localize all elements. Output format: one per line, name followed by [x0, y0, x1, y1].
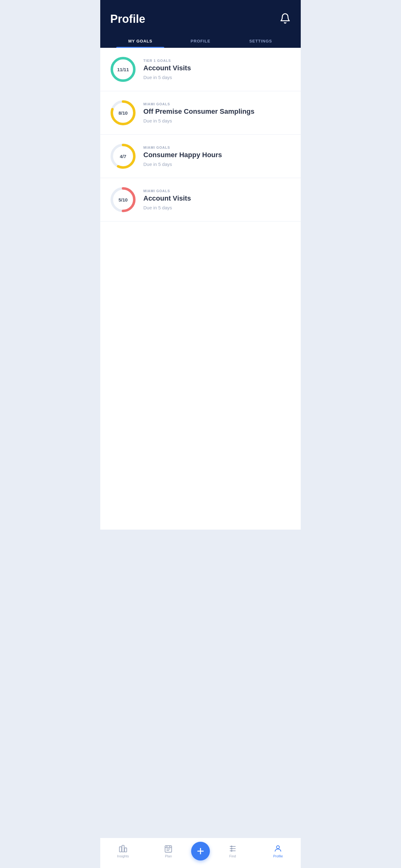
notification-bell-icon[interactable] — [279, 13, 291, 25]
goals-list: 11/11 TIER 1 GOALS Account Visits Due in… — [100, 48, 301, 530]
nav-item-plan[interactable]: Plan — [146, 844, 192, 858]
goal-progress-text: 11/11 — [117, 67, 129, 72]
tab-profile[interactable]: PROFILE — [170, 34, 231, 48]
goal-category: MIAMI GOALS — [143, 102, 292, 106]
goal-progress-circle: 8/10 — [109, 99, 137, 127]
goal-item[interactable]: 5/10 MIAMI GOALS Account Visits Due in 5… — [100, 178, 301, 221]
goal-info: TIER 1 GOALS Account Visits Due in 5 day… — [143, 59, 292, 80]
svg-point-23 — [231, 848, 232, 849]
svg-rect-8 — [119, 847, 122, 852]
goal-item[interactable]: 8/10 MIAMI GOALS Off Premise Consumer Sa… — [100, 91, 301, 135]
empty-space — [100, 530, 301, 838]
svg-rect-10 — [124, 848, 127, 852]
goal-due-date: Due in 5 days — [143, 75, 292, 80]
nav-item-profile[interactable]: Profile — [256, 844, 301, 858]
goal-progress-text: 4/7 — [120, 154, 127, 159]
goal-info: MIAMI GOALS Consumer Happy Hours Due in … — [143, 146, 292, 167]
goal-progress-circle: 5/10 — [109, 186, 137, 214]
goal-progress-text: 8/10 — [119, 110, 127, 116]
goal-title: Account Visits — [143, 194, 292, 203]
goal-progress-text: 5/10 — [119, 197, 127, 203]
goal-category: MIAMI GOALS — [143, 146, 292, 149]
svg-point-24 — [231, 850, 232, 851]
tabs: MY GOALS PROFILE SETTINGS — [110, 34, 291, 48]
header: Profile MY GOALS PROFILE SETTINGS — [100, 0, 301, 48]
nav-plan-label: Plan — [165, 854, 172, 858]
nav-add-button[interactable] — [191, 842, 210, 861]
goal-progress-circle: 4/7 — [109, 142, 137, 170]
tab-settings[interactable]: SETTINGS — [231, 34, 291, 48]
goal-item[interactable]: 4/7 MIAMI GOALS Consumer Happy Hours Due… — [100, 135, 301, 178]
goal-title: Off Premise Consumer Samplings — [143, 107, 292, 116]
goal-info: MIAMI GOALS Off Premise Consumer Samplin… — [143, 102, 292, 123]
goal-category: TIER 1 GOALS — [143, 59, 292, 62]
header-top: Profile — [110, 12, 291, 26]
svg-point-22 — [231, 846, 232, 847]
nav-find-label: Find — [229, 854, 236, 858]
goal-title: Consumer Happy Hours — [143, 151, 292, 160]
goal-category: MIAMI GOALS — [143, 189, 292, 193]
nav-item-find[interactable]: Find — [210, 844, 256, 858]
goal-due-date: Due in 5 days — [143, 161, 292, 167]
nav-profile-label: Profile — [273, 854, 283, 858]
svg-point-25 — [277, 846, 279, 849]
nav-insights-label: Insights — [117, 854, 129, 858]
goal-info: MIAMI GOALS Account Visits Due in 5 days — [143, 189, 292, 210]
bottom-nav: Insights Plan Find — [100, 838, 301, 868]
goal-progress-circle: 11/11 — [109, 55, 137, 84]
goal-due-date: Due in 5 days — [143, 205, 292, 210]
page-title: Profile — [110, 12, 145, 26]
goal-due-date: Due in 5 days — [143, 118, 292, 123]
goal-item[interactable]: 11/11 TIER 1 GOALS Account Visits Due in… — [100, 48, 301, 91]
nav-item-insights[interactable]: Insights — [100, 844, 146, 858]
tab-my-goals[interactable]: MY GOALS — [110, 34, 170, 48]
goal-title: Account Visits — [143, 64, 292, 73]
svg-rect-9 — [122, 845, 124, 852]
